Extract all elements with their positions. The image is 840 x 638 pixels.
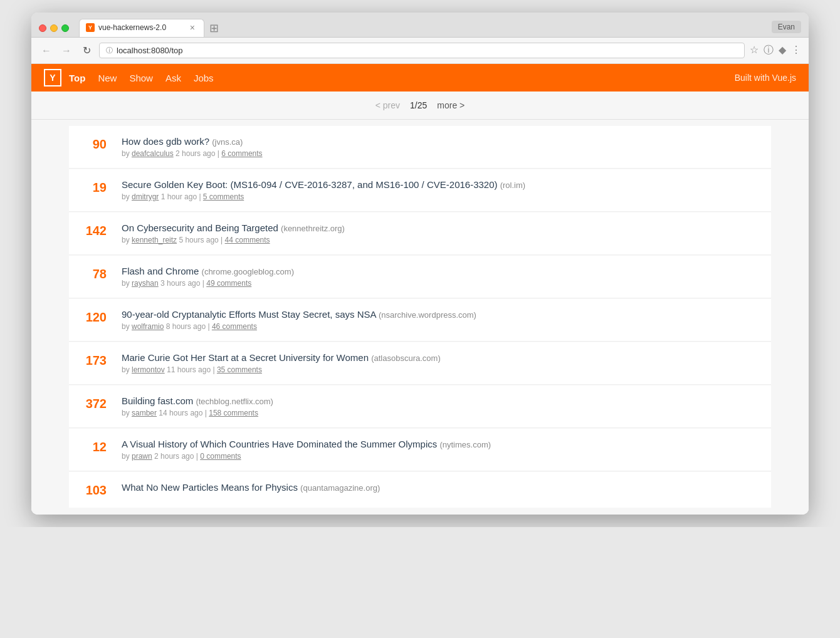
story-author[interactable]: dmitrygr (132, 192, 159, 201)
story-domain: (chrome.googleblog.com) (202, 267, 294, 276)
story-title[interactable]: Building fast.com (techblog.netflix.com) (122, 395, 759, 406)
nav-link-ask[interactable]: Ask (165, 73, 181, 83)
minimize-button[interactable] (50, 24, 58, 32)
story-score: 19 (81, 179, 107, 195)
story-title[interactable]: What No New Particles Means for Physics … (122, 482, 759, 493)
built-with-label: Built with Vue.js (735, 73, 796, 83)
story-meta: by samber 14 hours ago | 158 comments (122, 409, 759, 417)
story-content: Secure Golden Key Boot: (MS16-094 / CVE-… (122, 179, 759, 201)
hn-navbar: Y Top New Show Ask Jobs Built with Vue.j… (31, 64, 809, 92)
story-author[interactable]: lermontov (132, 365, 165, 374)
story-score: 173 (81, 352, 107, 368)
active-tab[interactable]: Y vue-hackernews-2.0 × (79, 19, 204, 37)
story-title[interactable]: Flash and Chrome (chrome.googleblog.com) (122, 266, 759, 276)
story-content: Marie Curie Got Her Start at a Secret Un… (122, 352, 759, 374)
app-content: Y Top New Show Ask Jobs Built with Vue.j… (31, 64, 809, 515)
story-title[interactable]: How does gdb work? (jvns.ca) (122, 136, 759, 147)
forward-button[interactable]: → (59, 43, 74, 58)
story-title[interactable]: A Visual History of Which Countries Have… (122, 439, 759, 449)
story-domain: (nytimes.com) (439, 440, 491, 449)
reload-button[interactable]: ↻ (79, 43, 94, 58)
story-score: 90 (81, 136, 107, 152)
nav-link-show[interactable]: Show (129, 73, 153, 83)
story-author[interactable]: prawn (132, 452, 152, 461)
nav-link-new[interactable]: New (98, 73, 117, 83)
story-score: 78 (81, 266, 107, 281)
pagination-prev[interactable]: < prev (375, 100, 400, 110)
info-icon[interactable]: ⓘ (764, 44, 774, 57)
maximize-button[interactable] (61, 24, 69, 32)
nav-link-top[interactable]: Top (69, 73, 85, 83)
story-item: 78 Flash and Chrome (chrome.googleblog.c… (69, 256, 771, 298)
story-score: 12 (81, 439, 107, 454)
story-domain: (jvns.ca) (212, 137, 243, 147)
story-meta: by wolframio 8 hours ago | 46 comments (122, 322, 759, 331)
story-comments[interactable]: 5 comments (203, 192, 244, 201)
browser-toolbar: ← → ↻ ⓘ localhost:8080/top ☆ ⓘ ◆ ⋮ (31, 38, 809, 64)
story-comments[interactable]: 49 comments (206, 279, 251, 288)
story-content: On Cybersecurity and Being Targeted (ken… (122, 222, 759, 244)
story-domain: (rol.im) (500, 180, 525, 190)
address-bar[interactable]: ⓘ localhost:8080/top (99, 43, 745, 58)
story-title[interactable]: Secure Golden Key Boot: (MS16-094 / CVE-… (122, 179, 759, 190)
stories-list: 90 How does gdb work? (jvns.ca) by deafc… (31, 120, 809, 515)
story-item: 103 What No New Particles Means for Phys… (69, 472, 771, 508)
story-comments[interactable]: 46 comments (212, 322, 257, 331)
story-author[interactable]: samber (132, 409, 157, 417)
story-meta: by kenneth_reitz 5 hours ago | 44 commen… (122, 236, 759, 244)
story-comments[interactable]: 44 comments (225, 236, 270, 244)
tab-bar: Y vue-hackernews-2.0 × ⊞ (79, 19, 767, 37)
tab-title: vue-hackernews-2.0 (98, 23, 166, 32)
story-domain: (kennethreitz.org) (281, 224, 345, 233)
story-item: 120 90-year-old Cryptanalytic Efforts Mu… (69, 299, 771, 342)
story-content: Building fast.com (techblog.netflix.com)… (122, 395, 759, 417)
story-title[interactable]: On Cybersecurity and Being Targeted (ken… (122, 222, 759, 233)
story-title[interactable]: Marie Curie Got Her Start at a Secret Un… (122, 352, 759, 363)
story-comments[interactable]: 158 comments (209, 409, 258, 417)
hn-logo[interactable]: Y (44, 69, 61, 86)
pagination-current: 1/25 (410, 100, 427, 110)
story-author[interactable]: rayshan (132, 279, 159, 288)
story-content: 90-year-old Cryptanalytic Efforts Must S… (122, 309, 759, 331)
story-content: Flash and Chrome (chrome.googleblog.com)… (122, 266, 759, 288)
story-item: 12 A Visual History of Which Countries H… (69, 429, 771, 471)
story-content: What No New Particles Means for Physics … (122, 482, 759, 495)
browser-titlebar: Y vue-hackernews-2.0 × ⊞ Evan (31, 13, 809, 38)
story-comments[interactable]: 6 comments (221, 149, 262, 158)
story-item: 90 How does gdb work? (jvns.ca) by deafc… (69, 126, 771, 169)
close-button[interactable] (39, 24, 46, 32)
story-item: 19 Secure Golden Key Boot: (MS16-094 / C… (69, 169, 771, 212)
story-author[interactable]: kenneth_reitz (132, 236, 177, 244)
story-meta: by dmitrygr 1 hour ago | 5 comments (122, 192, 759, 201)
tab-close-button[interactable]: × (190, 23, 195, 32)
story-title[interactable]: 90-year-old Cryptanalytic Efforts Must S… (122, 309, 759, 320)
story-item: 173 Marie Curie Got Her Start at a Secre… (69, 342, 771, 385)
secure-icon: ⓘ (106, 46, 113, 55)
browser-user-label: Evan (772, 21, 801, 33)
new-tab-button[interactable]: ⊞ (207, 21, 221, 35)
shield-icon[interactable]: ◆ (779, 44, 786, 57)
bookmark-icon[interactable]: ☆ (750, 44, 759, 57)
back-button[interactable]: ← (39, 43, 54, 58)
story-comments[interactable]: 35 comments (217, 365, 262, 374)
story-meta: by rayshan 3 hours ago | 49 comments (122, 279, 759, 288)
story-author[interactable]: wolframio (132, 322, 164, 331)
hn-nav-links: Top New Show Ask Jobs (69, 73, 214, 83)
menu-icon[interactable]: ⋮ (791, 44, 801, 57)
story-score: 142 (81, 222, 107, 238)
story-domain: (atlasobscura.com) (371, 353, 441, 363)
story-author[interactable]: deafcalculus (132, 149, 174, 158)
story-score: 372 (81, 395, 107, 411)
story-domain: (quantamagazine.org) (300, 483, 380, 493)
story-comments[interactable]: 0 comments (200, 452, 241, 461)
pagination-more[interactable]: more > (437, 100, 465, 110)
story-item: 372 Building fast.com (techblog.netflix.… (69, 385, 771, 428)
story-item: 142 On Cybersecurity and Being Targeted … (69, 212, 771, 255)
browser-window: Y vue-hackernews-2.0 × ⊞ Evan ← → ↻ ⓘ lo… (31, 13, 809, 515)
story-score: 103 (81, 482, 107, 498)
story-domain: (nsarchive.wordpress.com) (379, 310, 476, 320)
story-content: A Visual History of Which Countries Have… (122, 439, 759, 461)
browser-controls (39, 24, 69, 32)
story-domain: (techblog.netflix.com) (196, 397, 273, 406)
nav-link-jobs[interactable]: Jobs (194, 73, 214, 83)
